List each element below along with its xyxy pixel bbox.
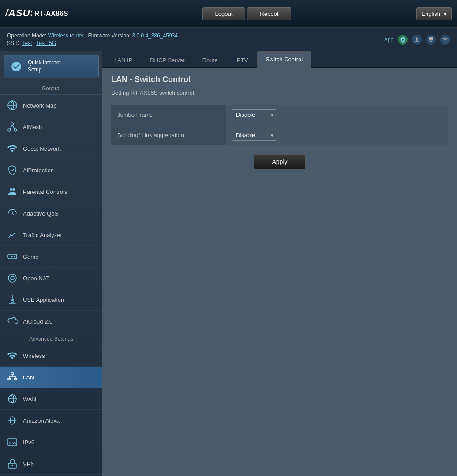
sidebar-item-amazon-alexa[interactable]: Amazon Alexa [0,410,102,431]
tab-switch-control[interactable]: Switch Control [257,51,311,68]
sidebar-item-parental-controls[interactable]: Parental Controls [0,181,102,203]
sidebar-item-aimesh[interactable]: AiMesh [0,116,102,138]
vpn-label: VPN [23,461,35,467]
sidebar-item-aiprotection[interactable]: AiProtection [0,160,102,181]
ssid-label: SSID: [7,40,21,46]
user-icon[interactable] [412,35,422,45]
aimesh-label: AiMesh [23,124,42,130]
bonding-label: Bonding/ Link aggregation [111,125,226,145]
traffic-analyzer-label: Traffic Analyzer [23,232,62,238]
amazon-alexa-label: Amazon Alexa [23,417,60,424]
svg-point-8 [10,188,12,191]
network-map-label: Network Map [23,102,57,109]
sidebar: Quick InternetSetup General Network Map … [0,51,102,476]
page-subtitle: Setting RT-AX86S switch control. [111,89,448,96]
aicloud-label: AiCloud 2.0 [23,318,52,325]
header: /ASUS RT-AX86S Logout Reboot English ▾ [0,0,457,28]
wan-label: WAN [23,396,36,402]
quick-internet-setup[interactable]: Quick InternetSetup [4,55,99,78]
sidebar-item-open-nat[interactable]: Open NAT [0,268,102,289]
ssid-2g[interactable]: Test [22,40,32,46]
parental-controls-icon [6,186,19,198]
firmware-value[interactable]: 3.0.0.4_386_45934 [132,33,177,39]
sidebar-item-game[interactable]: Game [0,246,102,268]
info-icons: App [384,35,450,45]
sidebar-item-adaptive-qos[interactable]: Adaptive QoS [0,203,102,224]
sidebar-item-guest-network[interactable]: Guest Network [0,138,102,160]
ssid-line: SSID: Test Test_5G [7,40,178,46]
ssid-5g[interactable]: Test_5G [36,40,56,46]
amazon-alexa-icon [6,414,19,427]
jumbo-frame-select[interactable]: Disable Enable [232,109,276,120]
operation-mode-value[interactable]: Wireless router [48,33,84,39]
aimesh-icon [6,121,19,133]
wireless-label: Wireless [23,353,45,359]
content-area: LAN IP DHCP Server Route IPTV Switch Con… [102,51,457,476]
bonding-row: Bonding/ Link aggregation Disable Enable [111,125,448,145]
info-left: Operation Mode: Wireless router Firmware… [7,33,178,46]
network-icon[interactable] [440,35,450,45]
svg-line-6 [12,125,15,129]
lan-icon [6,371,19,383]
sidebar-item-network-map[interactable]: Network Map [0,95,102,116]
tab-dhcp-server[interactable]: DHCP Server [142,52,193,68]
svg-point-3 [8,129,11,131]
svg-point-2 [11,123,14,125]
monitor-icon[interactable] [426,35,436,45]
svg-point-9 [12,188,15,191]
advanced-section-label: Advanced Settings [0,332,102,345]
guest-network-icon [6,142,19,155]
info-bar: Operation Mode: Wireless router Firmware… [0,28,457,51]
asus-logo: /ASUS [5,7,32,21]
svg-text:IPv6: IPv6 [9,441,17,445]
sidebar-item-lan[interactable]: LAN [0,367,102,388]
bonding-select[interactable]: Disable Enable [232,130,276,141]
sidebar-item-aicloud[interactable]: AiCloud 2.0 [0,311,102,332]
tab-lan-ip[interactable]: LAN IP [106,52,141,68]
chevron-down-icon: ▾ [444,11,447,17]
sidebar-item-wireless[interactable]: Wireless [0,345,102,367]
open-nat-icon [6,272,19,284]
guest-network-label: Guest Network [23,145,61,152]
operation-mode-label: Operation Mode: [7,33,46,39]
svg-point-4 [14,129,17,131]
game-label: Game [23,253,38,260]
settings-icon[interactable] [398,35,408,45]
firmware-label: Firmware Version: [88,33,131,39]
sidebar-item-ipv6[interactable]: IPv6 IPv6 [0,431,102,453]
tab-route[interactable]: Route [194,52,226,68]
svg-point-13 [14,256,15,257]
open-nat-label: Open NAT [23,275,49,282]
sidebar-item-vpn[interactable]: VPN [0,453,102,475]
header-buttons: Logout Reboot [77,7,416,20]
svg-text:/ASUS: /ASUS [5,7,32,19]
aiprotection-icon [6,164,19,176]
usb-application-label: USB Application [23,297,64,303]
sidebar-item-usb-application[interactable]: USB Application [0,289,102,311]
svg-rect-17 [11,301,14,302]
bonding-control: Disable Enable [226,125,448,145]
usb-application-icon [6,294,19,306]
sidebar-item-wan[interactable]: WAN [0,388,102,410]
quick-setup-label: Quick InternetSetup [28,60,61,73]
svg-rect-19 [8,378,11,380]
svg-rect-20 [14,378,17,380]
reboot-button[interactable]: Reboot [247,7,291,20]
router-model: RT-AX86S [34,10,68,18]
logout-button[interactable]: Logout [202,7,246,20]
svg-point-14 [15,257,16,257]
svg-point-31 [12,465,13,466]
aicloud-icon [6,315,19,327]
language-selector[interactable]: English ▾ [416,7,452,20]
parental-controls-label: Parental Controls [23,189,67,195]
tab-iptv[interactable]: IPTV [227,52,256,68]
jumbo-frame-label: Jumbo Frame [111,105,226,125]
jumbo-frame-control: Disable Enable [226,105,448,125]
svg-line-5 [10,125,12,129]
vpn-icon [6,457,19,470]
aiprotection-label: AiProtection [23,167,54,174]
apply-button[interactable]: Apply [254,154,305,169]
operation-mode-line: Operation Mode: Wireless router Firmware… [7,33,178,39]
sidebar-item-traffic-analyzer[interactable]: Traffic Analyzer [0,224,102,246]
language-label: English [421,11,440,17]
